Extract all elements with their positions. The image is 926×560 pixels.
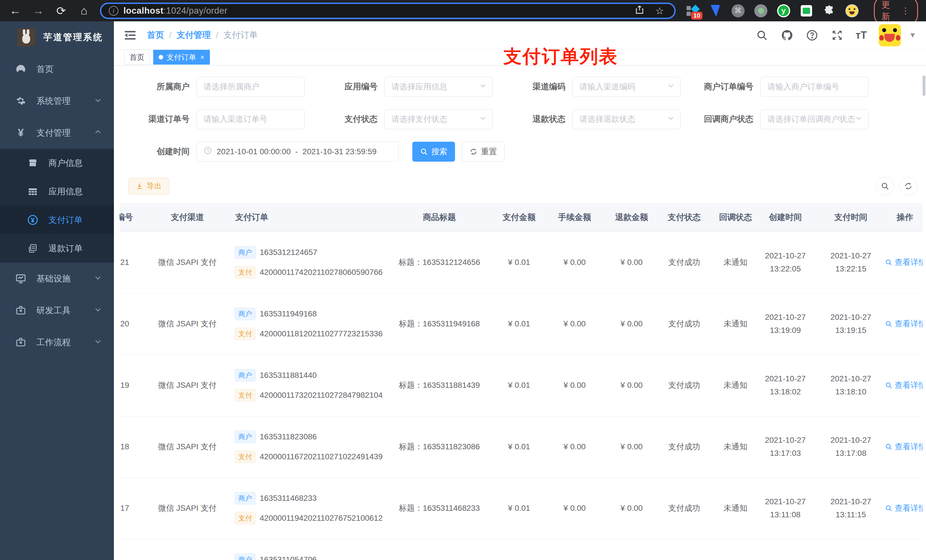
chevron-down-icon — [94, 274, 102, 284]
site-info-icon[interactable]: i — [109, 6, 118, 16]
create-time-range-picker[interactable]: 2021-10-01 00:00:00 - 2021-10-31 23:59:5… — [197, 142, 399, 162]
view-detail-link[interactable]: 查看详情 — [885, 441, 923, 452]
breadcrumb-home[interactable]: 首页 — [147, 29, 164, 41]
briefcase-icon — [15, 305, 27, 316]
collapse-sidebar-icon[interactable] — [124, 30, 137, 41]
export-button[interactable]: 导出 — [128, 178, 169, 194]
cell-refund: ¥ 0.00 — [612, 293, 652, 355]
sidebar-item-merchant-info[interactable]: 商户信息 — [0, 149, 114, 177]
address-bar[interactable]: i localhost:1024/pay/order ☆ — [100, 3, 676, 19]
refresh-table-button[interactable] — [899, 177, 917, 195]
view-detail-link[interactable]: 查看详情 — [885, 257, 923, 268]
pay-order-line: 支付 4200001167202110271022491439 — [235, 450, 378, 463]
channel-order-no-input[interactable]: 请输入渠道订单号 — [197, 109, 305, 129]
cell-pay-status: 支付成功 — [652, 293, 717, 355]
merchant-order-no-input[interactable]: 请输入商户订单编号 — [760, 77, 869, 97]
filter-channel-code: 渠道编码 请输入渠道编码 — [507, 77, 695, 97]
pay-order-no: 4200001173202110272847982104 — [260, 391, 383, 400]
app-logo-row[interactable]: 芋道管理系统 — [0, 21, 114, 53]
view-detail-link[interactable]: 查看详情 — [885, 380, 923, 391]
cell-pay-time: 2021-10-2713:19:15 — [817, 293, 885, 355]
merchant-order-line: 商户 1635311949168 — [235, 308, 378, 320]
notify-status-select[interactable]: 请选择订单回调商户状态 — [760, 109, 869, 129]
sidebar-item-infrastructure[interactable]: 基础设施 — [0, 263, 114, 294]
cell-id — [120, 539, 145, 560]
home-icon[interactable]: ⌂ — [77, 3, 91, 19]
browser-menu-dots-icon[interactable]: ⋮ — [901, 6, 910, 16]
sidebar-item-app-info[interactable]: 应用信息 — [0, 177, 114, 206]
view-detail-link[interactable]: 查看详情 — [885, 318, 923, 329]
sidebar-item-home[interactable]: 首页 — [0, 53, 114, 85]
channel-code-select[interactable]: 请输入渠道编码 — [572, 77, 681, 97]
sidebar-item-pay-order[interactable]: 支付订单 — [0, 206, 114, 234]
refund-status-select[interactable]: 请选择退款状态 — [572, 109, 681, 129]
extension-y-icon[interactable]: y — [777, 4, 790, 17]
scrollbar-thumb[interactable] — [923, 75, 925, 96]
avatar-caret-icon[interactable]: ▼ — [909, 31, 916, 39]
reload-icon[interactable]: ⟳ — [54, 3, 68, 19]
sidebar-item-system[interactable]: 系统管理 — [0, 85, 114, 117]
cell-create-time: 2021-10-2713:22:05 — [754, 232, 817, 293]
search-button[interactable]: 搜索 — [412, 142, 455, 162]
cell-amount: ¥ 0.01 — [501, 416, 538, 477]
extension-dot-icon[interactable] — [754, 4, 767, 17]
back-icon[interactable]: ← — [8, 3, 23, 19]
cell-channel: 微信 JSAPI 支付 — [145, 293, 230, 355]
sidebar-item-workflow[interactable]: 工作流程 — [0, 326, 114, 358]
close-tab-icon[interactable]: × — [200, 53, 204, 62]
extension-emoji-icon[interactable] — [846, 4, 858, 17]
extension-blocks-icon[interactable]: 10 — [686, 4, 699, 17]
filter-form: 所属商户 请选择所属商户 应用编号 请选择应用信息 渠道编码 请输入渠道编码 — [114, 65, 926, 174]
github-icon[interactable] — [781, 29, 794, 42]
cell-create-time: 2021-10-2713:19:09 — [754, 293, 817, 355]
pay-order-no: 4200001181202110277723215336 — [260, 329, 383, 338]
cell-notify-status: 未通知 — [717, 477, 754, 539]
cell-pay-order: 商户 1635312124657 支付 42000011742021102780… — [230, 232, 378, 293]
share-icon[interactable] — [632, 5, 647, 17]
sidebar-item-label: 支付管理 — [36, 127, 71, 139]
pay-status-select[interactable]: 请选择支付状态 — [384, 109, 493, 129]
merchant-input[interactable]: 请选择所属商户 — [197, 77, 305, 97]
pay-tag: 支付 — [235, 266, 256, 279]
chevron-down-icon — [94, 96, 102, 106]
cell-title — [378, 539, 501, 560]
header-search-icon[interactable] — [755, 29, 769, 42]
pay-tag: 支付 — [235, 389, 256, 402]
tab-pay-order[interactable]: 支付订单 × — [153, 50, 210, 65]
extension-puzzle-icon[interactable] — [823, 4, 836, 17]
merchant-tag: 商户 — [235, 308, 256, 320]
table-toolbar: 导出 — [128, 177, 917, 195]
avatar[interactable] — [879, 24, 901, 46]
cell-pay-status: 支付成功 — [652, 416, 717, 477]
tab-home[interactable]: 首页 — [124, 50, 150, 65]
reset-button[interactable]: 重置 — [462, 142, 505, 162]
help-icon[interactable] — [805, 29, 819, 42]
font-size-icon[interactable]: ᴛT — [856, 29, 867, 41]
fullscreen-icon[interactable] — [831, 29, 844, 42]
bookmark-star-icon[interactable]: ☆ — [652, 5, 667, 17]
sidebar-item-payment[interactable]: ¥ 支付管理 — [0, 117, 114, 149]
breadcrumb-payment[interactable]: 支付管理 — [177, 29, 211, 41]
cell-title: 标题：1635311881439 — [378, 355, 501, 416]
extension-command-icon[interactable]: ⌘ — [731, 4, 744, 17]
range-separator: - — [295, 147, 298, 156]
cell-fee: ¥ 0.00 — [538, 416, 612, 477]
sidebar-item-dev-tools[interactable]: 研发工具 — [0, 294, 114, 326]
forward-icon[interactable]: → — [31, 3, 45, 19]
cell-channel: 微信 JSAPI 支付 — [145, 355, 230, 416]
toggle-search-button[interactable] — [876, 177, 894, 195]
extension-chat-icon[interactable] — [800, 4, 813, 17]
view-detail-link[interactable]: 查看详情 — [885, 503, 923, 514]
pay-order-no: 4200001194202110276752100612 — [260, 514, 383, 523]
cell-pay-order: 商户 1635311468233 支付 42000011942021102767… — [230, 477, 378, 539]
app-select[interactable]: 请选择应用信息 — [384, 77, 493, 97]
cell-refund: ¥ 0.00 — [612, 477, 652, 539]
extension-kite-icon[interactable] — [709, 4, 722, 17]
sidebar-item-refund-order[interactable]: 退款订单 — [0, 234, 114, 263]
col-channel: 支付渠道 — [145, 203, 230, 232]
merchant-tag: 商户 — [235, 246, 256, 259]
merchant-order-no: 1635311823086 — [260, 432, 317, 441]
cell-refund: ¥ 0.00 — [612, 232, 652, 293]
pay-tag: 支付 — [235, 512, 256, 524]
chevron-down-icon — [855, 115, 862, 124]
